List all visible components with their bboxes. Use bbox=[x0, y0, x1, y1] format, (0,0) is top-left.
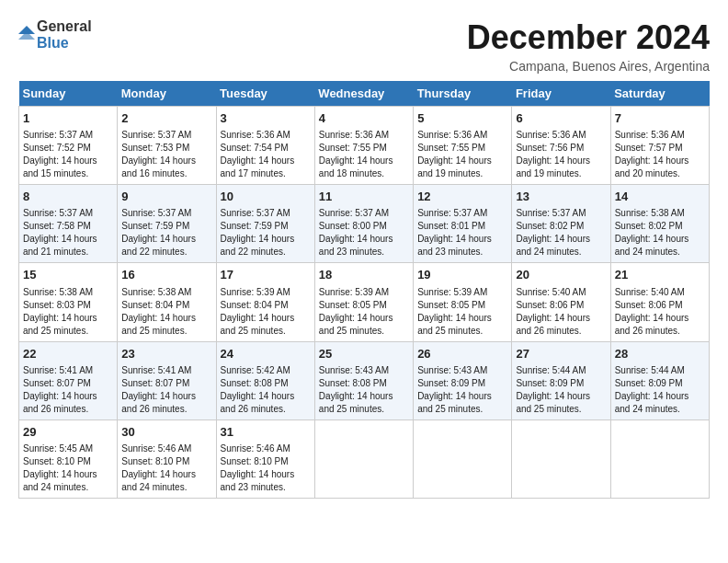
day-number: 12 bbox=[417, 189, 507, 205]
calendar-cell: 29Sunrise: 5:45 AMSunset: 8:10 PMDayligh… bbox=[19, 419, 118, 498]
calendar-cell: 13Sunrise: 5:37 AMSunset: 8:02 PMDayligh… bbox=[512, 185, 610, 263]
cell-content: Sunrise: 5:37 AMSunset: 7:58 PMDaylight:… bbox=[23, 207, 113, 259]
cell-content: Sunrise: 5:38 AMSunset: 8:02 PMDaylight:… bbox=[615, 207, 705, 259]
cell-content: Sunrise: 5:37 AMSunset: 7:52 PMDaylight:… bbox=[23, 129, 113, 180]
calendar-cell: 4Sunrise: 5:36 AMSunset: 7:55 PMDaylight… bbox=[314, 107, 413, 185]
calendar-cell: 17Sunrise: 5:39 AMSunset: 8:04 PMDayligh… bbox=[216, 263, 314, 341]
cell-content: Sunrise: 5:39 AMSunset: 8:05 PMDaylight:… bbox=[319, 286, 409, 338]
cell-content: Sunrise: 5:36 AMSunset: 7:55 PMDaylight:… bbox=[319, 129, 409, 180]
day-number: 19 bbox=[417, 267, 507, 283]
header-wednesday: Wednesday bbox=[314, 81, 413, 107]
header-saturday: Saturday bbox=[610, 81, 709, 107]
calendar-cell: 12Sunrise: 5:37 AMSunset: 8:01 PMDayligh… bbox=[414, 185, 512, 263]
calendar-cell: 5Sunrise: 5:36 AMSunset: 7:55 PMDaylight… bbox=[414, 107, 512, 185]
calendar-cell: 19Sunrise: 5:39 AMSunset: 8:05 PMDayligh… bbox=[414, 263, 512, 341]
day-number: 3 bbox=[221, 110, 311, 127]
calendar-cell: 16Sunrise: 5:38 AMSunset: 8:04 PMDayligh… bbox=[118, 263, 216, 341]
cell-content: Sunrise: 5:37 AMSunset: 8:01 PMDaylight:… bbox=[417, 207, 507, 259]
calendar-cell: 20Sunrise: 5:40 AMSunset: 8:06 PMDayligh… bbox=[512, 263, 610, 341]
day-number: 28 bbox=[615, 346, 705, 362]
day-number: 13 bbox=[516, 189, 606, 205]
header-sunday: Sunday bbox=[19, 81, 118, 107]
day-number: 25 bbox=[319, 346, 409, 362]
day-number: 8 bbox=[23, 189, 113, 205]
cell-content: Sunrise: 5:41 AMSunset: 8:07 PMDaylight:… bbox=[121, 364, 211, 416]
logo-blue: Blue bbox=[37, 35, 92, 52]
day-number: 17 bbox=[221, 267, 311, 283]
day-number: 14 bbox=[615, 189, 705, 205]
calendar-cell: 11Sunrise: 5:37 AMSunset: 8:00 PMDayligh… bbox=[314, 185, 413, 263]
day-number: 30 bbox=[121, 424, 211, 441]
calendar-cell: 21Sunrise: 5:40 AMSunset: 8:06 PMDayligh… bbox=[610, 263, 709, 341]
calendar-cell: 7Sunrise: 5:36 AMSunset: 7:57 PMDaylight… bbox=[610, 107, 709, 185]
day-number: 7 bbox=[615, 110, 705, 127]
day-number: 20 bbox=[516, 267, 606, 283]
day-number: 29 bbox=[23, 424, 113, 441]
header-friday: Friday bbox=[512, 81, 610, 107]
cell-content: Sunrise: 5:45 AMSunset: 8:10 PMDaylight:… bbox=[23, 442, 113, 494]
calendar-table: SundayMondayTuesdayWednesdayThursdayFrid… bbox=[18, 81, 710, 499]
cell-content: Sunrise: 5:37 AMSunset: 7:53 PMDaylight:… bbox=[121, 129, 211, 180]
day-number: 5 bbox=[417, 110, 507, 127]
calendar-week-5: 29Sunrise: 5:45 AMSunset: 8:10 PMDayligh… bbox=[19, 419, 710, 498]
cell-content: Sunrise: 5:40 AMSunset: 8:06 PMDaylight:… bbox=[516, 286, 606, 338]
day-number: 22 bbox=[23, 346, 113, 362]
cell-content: Sunrise: 5:37 AMSunset: 8:00 PMDaylight:… bbox=[319, 207, 409, 259]
cell-content: Sunrise: 5:38 AMSunset: 8:04 PMDaylight:… bbox=[121, 286, 211, 338]
calendar-cell: 25Sunrise: 5:43 AMSunset: 8:08 PMDayligh… bbox=[314, 341, 413, 419]
cell-content: Sunrise: 5:38 AMSunset: 8:03 PMDaylight:… bbox=[23, 286, 113, 338]
cell-content: Sunrise: 5:44 AMSunset: 8:09 PMDaylight:… bbox=[516, 364, 606, 416]
calendar-cell: 1Sunrise: 5:37 AMSunset: 7:52 PMDaylight… bbox=[19, 107, 118, 185]
cell-content: Sunrise: 5:43 AMSunset: 8:08 PMDaylight:… bbox=[319, 364, 409, 416]
logo-bird-icon bbox=[18, 26, 35, 46]
location-subtitle: Campana, Buenos Aires, Argentina bbox=[467, 59, 710, 74]
calendar-cell: 23Sunrise: 5:41 AMSunset: 8:07 PMDayligh… bbox=[118, 341, 216, 419]
cell-content: Sunrise: 5:41 AMSunset: 8:07 PMDaylight:… bbox=[23, 364, 113, 416]
day-number: 9 bbox=[121, 189, 211, 205]
header-monday: Monday bbox=[118, 81, 216, 107]
calendar-cell: 22Sunrise: 5:41 AMSunset: 8:07 PMDayligh… bbox=[19, 341, 118, 419]
day-number: 18 bbox=[319, 267, 409, 283]
calendar-cell: 8Sunrise: 5:37 AMSunset: 7:58 PMDaylight… bbox=[19, 185, 118, 263]
calendar-cell: 27Sunrise: 5:44 AMSunset: 8:09 PMDayligh… bbox=[512, 341, 610, 419]
logo: General Blue bbox=[18, 18, 92, 51]
cell-content: Sunrise: 5:36 AMSunset: 7:57 PMDaylight:… bbox=[615, 129, 705, 180]
day-number: 23 bbox=[121, 346, 211, 362]
calendar-week-1: 1Sunrise: 5:37 AMSunset: 7:52 PMDaylight… bbox=[19, 107, 710, 185]
day-number: 2 bbox=[121, 110, 211, 127]
calendar-cell: 24Sunrise: 5:42 AMSunset: 8:08 PMDayligh… bbox=[216, 341, 314, 419]
logo-wrap: General Blue bbox=[18, 18, 92, 51]
day-number: 26 bbox=[417, 346, 507, 362]
calendar-cell bbox=[610, 419, 709, 498]
calendar-cell: 3Sunrise: 5:36 AMSunset: 7:54 PMDaylight… bbox=[216, 107, 314, 185]
calendar-week-4: 22Sunrise: 5:41 AMSunset: 8:07 PMDayligh… bbox=[19, 341, 710, 419]
day-number: 10 bbox=[221, 189, 311, 205]
cell-content: Sunrise: 5:39 AMSunset: 8:05 PMDaylight:… bbox=[417, 286, 507, 338]
calendar-header-row: SundayMondayTuesdayWednesdayThursdayFrid… bbox=[19, 81, 710, 107]
day-number: 11 bbox=[319, 189, 409, 205]
logo-general: General bbox=[37, 18, 92, 35]
calendar-week-3: 15Sunrise: 5:38 AMSunset: 8:03 PMDayligh… bbox=[19, 263, 710, 341]
day-number: 16 bbox=[121, 267, 211, 283]
day-number: 15 bbox=[23, 267, 113, 283]
title-area: December 2024 Campana, Buenos Aires, Arg… bbox=[467, 18, 710, 74]
day-number: 31 bbox=[221, 424, 311, 441]
month-title: December 2024 bbox=[467, 18, 710, 57]
cell-content: Sunrise: 5:39 AMSunset: 8:04 PMDaylight:… bbox=[221, 286, 311, 338]
cell-content: Sunrise: 5:46 AMSunset: 8:10 PMDaylight:… bbox=[221, 442, 311, 494]
cell-content: Sunrise: 5:37 AMSunset: 8:02 PMDaylight:… bbox=[516, 207, 606, 259]
cell-content: Sunrise: 5:36 AMSunset: 7:54 PMDaylight:… bbox=[221, 129, 311, 180]
day-number: 4 bbox=[319, 110, 409, 127]
page-header: General Blue December 2024 Campana, Buen… bbox=[18, 18, 710, 74]
cell-content: Sunrise: 5:44 AMSunset: 8:09 PMDaylight:… bbox=[615, 364, 705, 416]
day-number: 27 bbox=[516, 346, 606, 362]
calendar-cell: 18Sunrise: 5:39 AMSunset: 8:05 PMDayligh… bbox=[314, 263, 413, 341]
calendar-cell: 2Sunrise: 5:37 AMSunset: 7:53 PMDaylight… bbox=[118, 107, 216, 185]
day-number: 6 bbox=[516, 110, 606, 127]
cell-content: Sunrise: 5:42 AMSunset: 8:08 PMDaylight:… bbox=[221, 364, 311, 416]
calendar-cell: 15Sunrise: 5:38 AMSunset: 8:03 PMDayligh… bbox=[19, 263, 118, 341]
calendar-cell: 14Sunrise: 5:38 AMSunset: 8:02 PMDayligh… bbox=[610, 185, 709, 263]
calendar-cell: 28Sunrise: 5:44 AMSunset: 8:09 PMDayligh… bbox=[610, 341, 709, 419]
calendar-cell: 6Sunrise: 5:36 AMSunset: 7:56 PMDaylight… bbox=[512, 107, 610, 185]
day-number: 1 bbox=[23, 110, 113, 127]
